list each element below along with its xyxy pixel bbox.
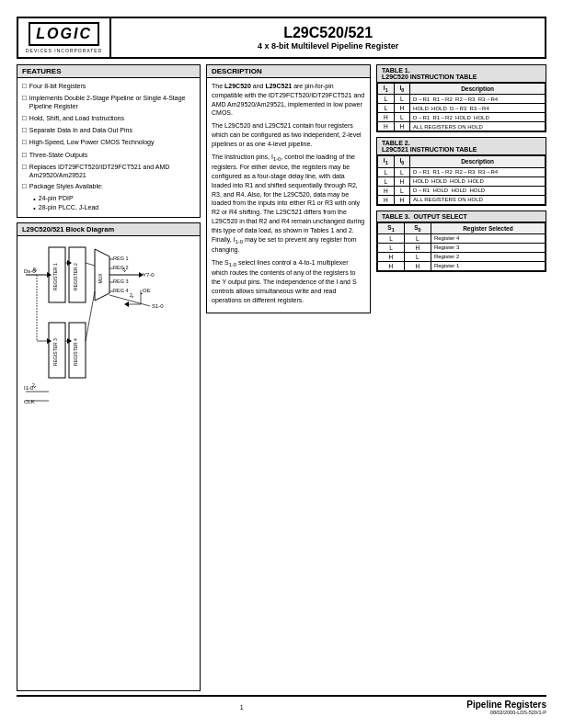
t2r1-i1: L	[378, 167, 395, 176]
feature-6: □ Three-State Outputs	[22, 151, 195, 160]
table3-col-s1: S1	[378, 222, 405, 233]
svg-marker-36	[124, 301, 129, 307]
feature-2: □ Implements Double 2-Stage Pipeline or …	[22, 94, 195, 110]
footer-right: Pipeline Registers 08/02/2000-LDS-520/1-…	[466, 700, 546, 715]
part-subtitle: 4 x 8-bit Multilevel Pipeline Register	[258, 41, 398, 51]
table1-col-desc: Description	[410, 84, 546, 95]
table3-row-2: L H Register 3	[378, 243, 546, 252]
logo-text: LOGIC	[36, 26, 92, 41]
t3r2-s0: H	[404, 243, 431, 252]
table1-box: TABLE 1. L29C520 Instruction Table I1 I0…	[376, 64, 546, 132]
table3-subtitle: Output Select	[414, 213, 467, 220]
table2-col-i1: I1	[378, 156, 395, 167]
feature-7: □ Replaces IDT29FCT520/IDT29FCT521 and A…	[22, 163, 195, 179]
bullet-5: □	[22, 138, 27, 147]
description-box: DESCRIPTION The L29C520 and L29C521 are …	[206, 64, 371, 313]
svg-text:REG 2: REG 2	[113, 265, 129, 270]
desc-para-2: The L29C520 and L29C521 contain four reg…	[212, 121, 365, 148]
feature-5: □ High-Speed, Low Power CMOS Technology	[22, 138, 195, 147]
svg-line-20	[86, 291, 95, 341]
feature-text-8: Package Styles Available:	[29, 182, 103, 190]
feature-text-6: Three-State Outputs	[29, 151, 87, 159]
bullet-1: □	[22, 82, 27, 91]
svg-text:Y7-0: Y7-0	[143, 272, 155, 278]
middle-column: DESCRIPTION The L29C520 and L29C521 are …	[206, 64, 371, 691]
features-box: FEATURES □ Four 8-bit Registers □ Implem…	[17, 64, 201, 218]
logo-section: LOGIC DEVICES INCORPORATED	[18, 18, 111, 57]
table1: I1 I0 Description L L D→R1 R1→R2 R2→R3 R…	[377, 83, 546, 131]
table2-row-4: H H ALL REGISTERS ON HOLD	[378, 195, 546, 204]
svg-text:REG 1: REG 1	[113, 256, 129, 261]
sub-feature-text-2: 28-pin PLCC, J-Lead	[39, 204, 98, 210]
left-column: FEATURES □ Four 8-bit Registers □ Implem…	[17, 64, 201, 691]
svg-text:MUX: MUX	[98, 273, 103, 284]
t3r4-s0: H	[404, 261, 431, 270]
table2: I1 I0 Description L L D→R1 R1→R2 R2→R3 R…	[377, 155, 546, 204]
sub-feature-1: • 24-pin PDIP	[33, 195, 195, 203]
t1r2-desc: HOLD HOLD D→R3 R3→R4	[410, 104, 546, 113]
table2-subtitle: L29C521 Instruction Table	[382, 146, 477, 153]
block-diagram-header: L29C520/521 Block Diagram	[17, 223, 200, 236]
feature-text-1: Four 8-bit Registers	[29, 82, 86, 90]
sub-feature-text-1: 24-pin PDIP	[39, 195, 74, 201]
table2-col-desc: Description	[410, 156, 546, 167]
svg-text:OE: OE	[143, 288, 151, 293]
table1-row-2: L H HOLD HOLD D→R3 R3→R4	[378, 104, 546, 113]
t2r3-i0: L	[394, 186, 410, 195]
t2r4-i1: H	[378, 195, 395, 204]
feature-3: □ Hold, Shift, and Load Instructions	[22, 114, 195, 123]
bullet-6: □	[22, 151, 27, 160]
t2r3-desc: D→R1 HOLD HOLD HOLD	[410, 186, 546, 195]
t2r2-i1: L	[378, 176, 395, 186]
table1-row-4: H H ALL REGISTERS ON HOLD	[378, 122, 546, 131]
svg-text:REGISTER 3: REGISTER 3	[52, 338, 58, 366]
table3-header: TABLE 3. Output Select	[377, 211, 546, 222]
svg-text:REGISTER 2: REGISTER 2	[73, 263, 78, 290]
svg-text:CLK: CLK	[24, 399, 35, 404]
t1r4-desc: ALL REGISTERS ON HOLD	[410, 122, 546, 131]
feature-text-4: Separate Data In and Data Out Pins	[29, 126, 132, 134]
svg-text:REG 3: REG 3	[113, 279, 129, 284]
logo-sub: DEVICES INCORPORATED	[26, 48, 102, 53]
t3r4-reg: Register 1	[431, 261, 545, 270]
table1-col-i1: I1	[378, 84, 395, 95]
desc-para-1: The L29C520 and L29C521 are pin-for-pin …	[212, 82, 365, 118]
table1-subtitle: L29C520 Instruction Table	[382, 74, 477, 80]
feature-text-3: Hold, Shift, and Load Instructions	[29, 114, 124, 122]
header-title: L29C520/521 4 x 8-bit Multilevel Pipelin…	[111, 18, 545, 57]
description-header: DESCRIPTION	[207, 65, 370, 78]
part-number: L29C520/521	[283, 25, 373, 41]
svg-text:REGISTER 4: REGISTER 4	[73, 338, 78, 366]
description-content: The L29C520 and L29C521 are pin-for-pin …	[207, 78, 370, 313]
t3r3-reg: Register 2	[431, 252, 545, 261]
t1r3-i1: H	[378, 113, 395, 122]
svg-text:S1-0: S1-0	[152, 303, 164, 309]
table3-title: TABLE 3.	[382, 213, 410, 220]
svg-text:REGISTER 1: REGISTER 1	[52, 263, 58, 290]
t2r2-desc: HOLD HOLD HOLD HOLD	[410, 176, 546, 186]
t2r2-i0: H	[394, 176, 410, 186]
block-diagram-box: L29C520/521 Block Diagram REGISTER 1 REG…	[17, 222, 201, 691]
t1r1-i1: L	[378, 95, 395, 104]
table2-header: TABLE 2. L29C521 Instruction Table	[377, 138, 546, 155]
table2-row-1: L L D→R1 R1→R2 R2→R3 R3→R4	[378, 167, 546, 176]
t1r4-i0: H	[394, 122, 410, 131]
table3-box: TABLE 3. Output Select S1 S0 Register Se…	[376, 210, 546, 272]
t2r1-i0: L	[394, 167, 410, 176]
block-diagram-svg: REGISTER 1 REGISTER 2 MUX REGISTER 3 REG…	[21, 240, 196, 433]
block-diagram-content: REGISTER 1 REGISTER 2 MUX REGISTER 3 REG…	[17, 236, 200, 687]
sub-bullet-1: •	[33, 195, 36, 203]
table1-header: TABLE 1. L29C520 Instruction Table	[377, 65, 546, 83]
feature-text-5: High-Speed, Low Power CMOS Technology	[29, 138, 155, 146]
t3r2-s1: L	[378, 243, 405, 252]
table2-col-i0: I0	[394, 156, 410, 167]
desc-para-4: The S1-0 select lines control a 4-to-1 m…	[212, 258, 365, 305]
svg-text:REG 4: REG 4	[113, 288, 129, 293]
footer-title: Pipeline Registers	[466, 700, 546, 710]
t3r3-s0: L	[404, 252, 431, 261]
feature-text-2: Implements Double 2-Stage Pipeline or Si…	[29, 94, 195, 110]
t1r2-i0: H	[394, 104, 410, 113]
table1-col-i0: I0	[394, 84, 410, 95]
table3-row-4: H H Register 1	[378, 261, 546, 270]
table1-row-1: L L D→R1 R1→R2 R2→R3 R3→R4	[378, 95, 546, 104]
